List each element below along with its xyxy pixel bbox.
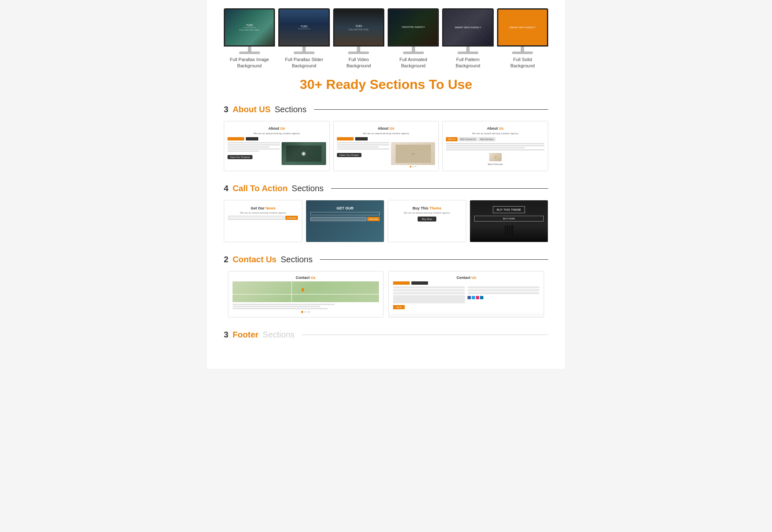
cta-preview-4: BUY THIS THEME BUY NOW: [470, 200, 548, 242]
monitor-foot-4: [403, 52, 424, 54]
cta-title-1: Get Our News: [228, 206, 298, 210]
contact-rest: Sections: [281, 255, 313, 264]
about-highlight: About US: [233, 105, 270, 114]
monitor-neck-1: [248, 47, 251, 52]
subscribe-btn-2[interactable]: Subscribe: [367, 217, 380, 221]
about-subtitle-1: We are an award-winning creative agency: [228, 132, 326, 135]
monitor-assembly-2: YUKI: [278, 8, 329, 54]
buy-now-btn-3[interactable]: Buy Now: [418, 217, 436, 222]
monitor-screen-5: SMART INFO AGENCY: [442, 8, 493, 47]
monitor-neck-6: [521, 47, 524, 52]
cta-input-row-2: Subscribe: [310, 217, 380, 221]
tab-best-services[interactable]: Best Services: [478, 137, 495, 141]
about-subtitle-3: We are an award-winning creative agency: [446, 132, 544, 135]
about-card-inner-2: About Us We are an award-winning creativ…: [334, 121, 439, 171]
monitor-foot-3: [348, 52, 369, 54]
instagram-icon: [476, 296, 479, 299]
contact-highlight: Contact Us: [233, 255, 277, 264]
about-previews-row: About Us We are an award-winning creativ…: [224, 121, 548, 171]
monitor-assembly-3: YUKI FOLLOW FOR COOL: [333, 8, 384, 54]
contact-us-section: 2 Contact Us Sections Contact Us: [224, 255, 548, 318]
contact-info-1: [233, 304, 379, 309]
monitor-item-3: YUKI FOLLOW FOR COOL Full VideoBackgroun…: [333, 8, 384, 69]
cta-num: 4: [224, 184, 228, 193]
monitor-foot-5: [458, 52, 478, 54]
monitor-foot-2: [294, 52, 314, 54]
monitor-neck-2: [302, 47, 306, 52]
contact-preview-1: Contact Us: [228, 271, 384, 318]
monitor-item-6: SMART INFO AGENCY Full SolidBackground: [497, 8, 548, 69]
cta-card-inner-1: Get Our News We are an award-winning cre…: [224, 200, 302, 242]
footer-num: 3: [224, 330, 228, 340]
footer-title: 3 Footer Sections: [224, 330, 548, 340]
monitor-neck-4: [412, 47, 415, 52]
about-us-title: 3 About US Sections: [224, 105, 548, 114]
monitor-assembly-4: CREATIVE AGENCY: [388, 8, 439, 54]
cta-title-2: GET OUR: [310, 206, 380, 210]
about-tabs: Why Us Why Choose Us Best Services: [446, 137, 544, 141]
email-input-1[interactable]: [228, 216, 285, 220]
send-btn[interactable]: Send: [393, 305, 405, 309]
footer-divider: [302, 335, 548, 335]
monitor-foot-1: [239, 52, 260, 54]
cta-rest: Sections: [292, 184, 324, 193]
cta-subtitle-3: We are an award-winning creative agency: [392, 212, 462, 214]
monitor-screen-4: CREATIVE AGENCY: [388, 8, 439, 47]
pagination-1: [233, 311, 379, 313]
contact-preview-2: Contact Us Send: [388, 271, 544, 318]
footer-rest: Sections: [262, 330, 294, 340]
monitor-item-5: SMART INFO AGENCY Full PatternBackground: [442, 8, 493, 69]
monitor-label-1: Full Parallax ImageBackground: [230, 57, 269, 69]
cta-preview-2: GET OUR Subscribe: [306, 200, 384, 242]
cta-card-inner-2: GET OUR Subscribe: [306, 200, 384, 242]
tab-why-choose[interactable]: Why Choose Us: [458, 137, 478, 141]
about-title-2: About Us: [337, 126, 435, 131]
cta-previews-row: Get Our News We are an award-winning cre…: [224, 200, 548, 242]
about-card-inner-3: About Us We are an award-winning creativ…: [443, 121, 548, 169]
tab-why-us[interactable]: Why Us: [446, 137, 458, 141]
subscribe-btn-1[interactable]: Subscribe: [285, 216, 298, 220]
monitor-foot-6: [512, 52, 533, 54]
cta-highlight: Call To Action: [233, 184, 287, 193]
page-wrapper: YUKI FOLLOW FOR COOL Full Parallax Image…: [207, 0, 565, 369]
contact-map: [233, 281, 379, 302]
contact-title-2: Contact Us: [393, 276, 539, 280]
footer-highlight: Footer: [233, 330, 258, 340]
contact-us-title: 2 Contact Us Sections: [224, 255, 548, 264]
about-num: 3: [224, 105, 228, 114]
main-heading-text: Ready Sections To Use: [322, 77, 472, 92]
contact-title-1: Contact Us: [233, 276, 379, 280]
about-preview-1: About Us We are an award-winning creativ…: [224, 121, 330, 171]
main-heading-number: 30+: [300, 77, 322, 92]
buy-now-btn-4[interactable]: BUY NOW: [474, 216, 544, 222]
contact-card-inner-1: Contact Us: [228, 271, 383, 317]
monitor-assembly-1: YUKI FOLLOW FOR COOL: [224, 8, 275, 54]
about-title-1: About Us: [228, 126, 326, 131]
email-input-2[interactable]: [310, 217, 366, 221]
social-icons: [468, 296, 539, 299]
monitor-assembly-5: SMART INFO AGENCY: [442, 8, 493, 54]
main-heading: 30+ Ready Sections To Use: [224, 77, 548, 92]
monitor-item-4: CREATIVE AGENCY Full AnimatedBackground: [388, 8, 439, 69]
cta-title-3: Buy This Theme: [392, 206, 462, 210]
linkedin-icon: [480, 296, 483, 299]
monitor-neck-5: [466, 47, 470, 52]
monitor-item-1: YUKI FOLLOW FOR COOL Full Parallax Image…: [224, 8, 275, 69]
facebook-icon: [468, 296, 471, 299]
cta-divider: [331, 188, 548, 189]
cta-get-our-box: [310, 212, 380, 215]
monitor-screen-6: SMART INFO AGENCY: [497, 8, 548, 47]
cta-title: 4 Call To Action Sections: [224, 184, 548, 193]
monitor-screen-2: YUKI: [278, 8, 329, 47]
about-preview-2: About Us We are an award-winning creativ…: [333, 121, 439, 171]
monitors-row: YUKI FOLLOW FOR COOL Full Parallax Image…: [224, 8, 548, 69]
contact-card-inner-2: Contact Us Send: [389, 271, 544, 313]
about-title-3: About Us: [446, 126, 544, 131]
cta-preview-3: Buy This Theme We are an award-winning c…: [388, 200, 466, 242]
twitter-icon: [472, 296, 475, 299]
about-rest: Sections: [275, 105, 307, 114]
monitor-label-5: Full PatternBackground: [456, 57, 480, 69]
monitor-assembly-6: SMART INFO AGENCY: [497, 8, 548, 54]
monitor-neck-3: [357, 47, 360, 52]
monitor-label-2: Full Parallax SliderBackground: [285, 57, 323, 69]
